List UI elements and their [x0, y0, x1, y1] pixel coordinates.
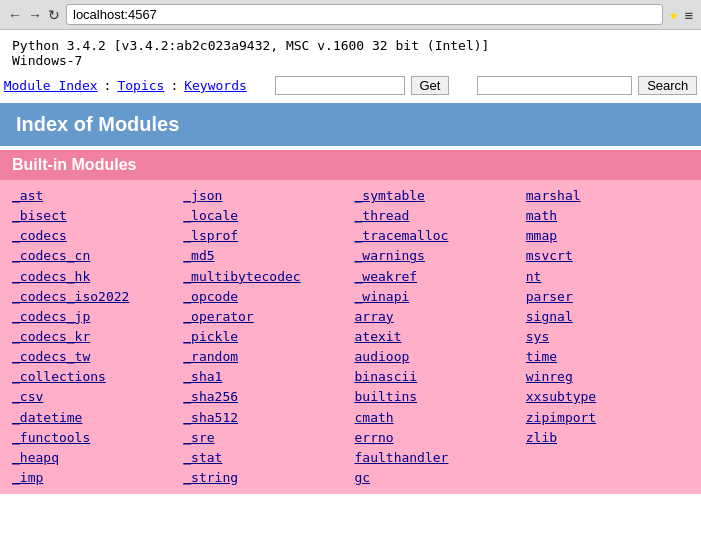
module-link[interactable]: _symtable: [355, 186, 518, 206]
module-link[interactable]: _functools: [12, 428, 175, 448]
module-link[interactable]: _sha1: [183, 367, 346, 387]
module-link[interactable]: parser: [526, 287, 689, 307]
module-link[interactable]: builtins: [355, 387, 518, 407]
module-list-area: _ast_bisect_codecs_codecs_cn_codecs_hk_c…: [0, 180, 701, 494]
module-link[interactable]: array: [355, 307, 518, 327]
module-col-2: _json_locale_lsprof_md5_multibytecodec_o…: [179, 184, 350, 490]
module-link[interactable]: nt: [526, 267, 689, 287]
module-grid: _ast_bisect_codecs_codecs_cn_codecs_hk_c…: [8, 184, 693, 490]
reload-button[interactable]: ↻: [48, 7, 60, 23]
module-link[interactable]: _weakref: [355, 267, 518, 287]
module-link[interactable]: audioop: [355, 347, 518, 367]
index-banner: Index of Modules: [0, 103, 701, 146]
keywords-link[interactable]: Keywords: [184, 78, 247, 93]
module-link[interactable]: _codecs_cn: [12, 246, 175, 266]
module-link[interactable]: _datetime: [12, 408, 175, 428]
get-button[interactable]: Get: [411, 76, 450, 95]
module-link[interactable]: _sha512: [183, 408, 346, 428]
nav-bar: Module Index : Topics : Keywords Get Sea…: [0, 72, 701, 99]
module-link[interactable]: cmath: [355, 408, 518, 428]
browser-menu-icon[interactable]: ≡: [685, 7, 693, 23]
module-link[interactable]: _csv: [12, 387, 175, 407]
back-button[interactable]: ←: [8, 7, 22, 23]
module-link[interactable]: math: [526, 206, 689, 226]
page-content: Python 3.4.2 [v3.4.2:ab2c023a9432, MSC v…: [0, 30, 701, 494]
module-link[interactable]: _sre: [183, 428, 346, 448]
module-link[interactable]: gc: [355, 468, 518, 488]
module-link[interactable]: _heapq: [12, 448, 175, 468]
module-link[interactable]: _json: [183, 186, 346, 206]
browser-chrome: ← → ↻ ★ ≡: [0, 0, 701, 30]
module-col-3: _symtable_thread_tracemalloc_warnings_we…: [351, 184, 522, 490]
module-link[interactable]: _codecs_iso2022: [12, 287, 175, 307]
module-link[interactable]: _stat: [183, 448, 346, 468]
module-link[interactable]: errno: [355, 428, 518, 448]
module-link[interactable]: _tracemalloc: [355, 226, 518, 246]
module-link[interactable]: _bisect: [12, 206, 175, 226]
module-link[interactable]: _ast: [12, 186, 175, 206]
module-link[interactable]: zlib: [526, 428, 689, 448]
module-link[interactable]: _multibytecodec: [183, 267, 346, 287]
get-input[interactable]: [275, 76, 405, 95]
module-col-1: _ast_bisect_codecs_codecs_cn_codecs_hk_c…: [8, 184, 179, 490]
module-link[interactable]: msvcrt: [526, 246, 689, 266]
builtin-section-header: Built-in Modules: [0, 150, 701, 180]
address-bar[interactable]: [66, 4, 663, 25]
module-link[interactable]: _locale: [183, 206, 346, 226]
module-link[interactable]: _codecs: [12, 226, 175, 246]
nav-sep-1: :: [104, 78, 112, 93]
module-link[interactable]: faulthandler: [355, 448, 518, 468]
module-link[interactable]: _string: [183, 468, 346, 488]
module-link[interactable]: winreg: [526, 367, 689, 387]
module-link[interactable]: _codecs_kr: [12, 327, 175, 347]
module-link[interactable]: atexit: [355, 327, 518, 347]
module-link[interactable]: _lsprof: [183, 226, 346, 246]
nav-sep-2: :: [170, 78, 178, 93]
module-link[interactable]: xxsubtype: [526, 387, 689, 407]
search-button[interactable]: Search: [638, 76, 697, 95]
python-info: Python 3.4.2 [v3.4.2:ab2c023a9432, MSC v…: [0, 30, 701, 72]
forward-button[interactable]: →: [28, 7, 42, 23]
module-link[interactable]: _opcode: [183, 287, 346, 307]
topics-link[interactable]: Topics: [117, 78, 164, 93]
python-version-line1: Python 3.4.2 [v3.4.2:ab2c023a9432, MSC v…: [12, 38, 689, 53]
module-link[interactable]: _thread: [355, 206, 518, 226]
module-link[interactable]: _codecs_tw: [12, 347, 175, 367]
module-link[interactable]: _sha256: [183, 387, 346, 407]
module-link[interactable]: marshal: [526, 186, 689, 206]
module-link[interactable]: zipimport: [526, 408, 689, 428]
module-link[interactable]: _md5: [183, 246, 346, 266]
module-link[interactable]: _codecs_jp: [12, 307, 175, 327]
module-link[interactable]: _operator: [183, 307, 346, 327]
module-link[interactable]: signal: [526, 307, 689, 327]
bookmark-star-icon[interactable]: ★: [669, 5, 679, 24]
module-link[interactable]: _pickle: [183, 327, 346, 347]
module-link[interactable]: binascii: [355, 367, 518, 387]
builtin-section-title: Built-in Modules: [12, 156, 689, 174]
module-link[interactable]: _imp: [12, 468, 175, 488]
module-link[interactable]: _warnings: [355, 246, 518, 266]
module-link[interactable]: mmap: [526, 226, 689, 246]
module-link[interactable]: time: [526, 347, 689, 367]
python-version-line2: Windows-7: [12, 53, 689, 68]
module-link[interactable]: _random: [183, 347, 346, 367]
search-input[interactable]: [477, 76, 632, 95]
module-link[interactable]: _winapi: [355, 287, 518, 307]
index-title: Index of Modules: [16, 113, 685, 136]
module-col-4: marshalmathmmapmsvcrtntparsersignalsysti…: [522, 184, 693, 490]
module-link[interactable]: _codecs_hk: [12, 267, 175, 287]
module-index-link[interactable]: Module Index: [4, 78, 98, 93]
module-link[interactable]: sys: [526, 327, 689, 347]
module-link[interactable]: _collections: [12, 367, 175, 387]
